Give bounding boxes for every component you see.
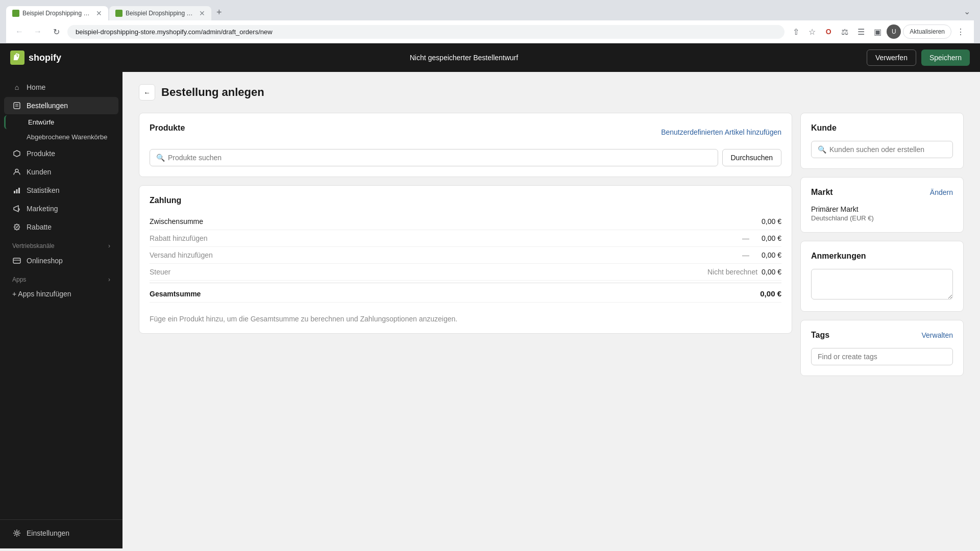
screenshot-button[interactable]: ▣ [870, 24, 885, 39]
page-title: Bestellung anlegen [161, 86, 264, 99]
tags-card-header: Tags Verwalten [811, 331, 953, 340]
new-tab-button[interactable]: + [212, 5, 226, 20]
shopify-logo: shopify [10, 51, 61, 65]
anmerkungen-textarea[interactable] [811, 269, 953, 299]
sales-channels-expand-icon[interactable]: › [108, 242, 110, 249]
gesamtsumme-value: 0,00 € [760, 289, 781, 298]
tab-label-1: Beispiel Dropshipping Store · ... [22, 10, 91, 17]
payment-footer: Füge ein Produkt hinzu, um die Gesamtsum… [150, 309, 781, 323]
sidebar-item-settings[interactable]: Einstellungen [4, 524, 118, 542]
sidebar-item-marketing-label: Marketing [27, 205, 58, 213]
sidebar-item-statistiken[interactable]: Statistiken [4, 182, 118, 199]
apps-expand-icon[interactable]: › [108, 276, 110, 283]
tab-label-2: Beispiel Dropshipping Store [126, 10, 194, 17]
apps-add-label: + Apps hinzufügen [12, 290, 71, 298]
tab-close-2[interactable]: ✕ [199, 9, 205, 17]
sidebar-item-settings-label: Einstellungen [27, 529, 69, 537]
svg-rect-5 [14, 191, 15, 193]
customers-icon [12, 167, 21, 177]
page-header: ← Bestellung anlegen [139, 84, 964, 101]
products-search-icon: 🔍 [156, 154, 165, 162]
payment-card: Zahlung Zwischensumme 0,00 € Rabatt hinz… [139, 185, 792, 334]
verwerfen-button[interactable]: Verwerfen [867, 49, 916, 66]
sidebar-item-entwuerfe[interactable]: Entwürfe [4, 115, 118, 129]
sidebar-item-produkte[interactable]: Produkte [4, 145, 118, 162]
kunden-search-wrapper: 🔍 [811, 141, 953, 158]
tab-close-1[interactable]: ✕ [96, 9, 102, 17]
market-info: Primärer Markt Deutschland (EUR €) [811, 205, 953, 222]
products-search-row: 🔍 Durchsuchen [150, 149, 781, 166]
browse-button[interactable]: Durchsuchen [722, 149, 782, 166]
sidebar-item-onlineshop[interactable]: Onlineshop [4, 252, 118, 269]
user-avatar-button[interactable]: U [887, 24, 901, 39]
sidebar-item-abgebrochene[interactable]: Abgebrochene Warenkörbe [4, 130, 118, 144]
sidebar-item-kunden[interactable]: Kunden [4, 163, 118, 181]
settings-icon [12, 529, 21, 538]
zwischensumme-value: 0,00 € [762, 217, 781, 226]
sidebar-item-marketing[interactable]: Marketing [4, 200, 118, 217]
svg-rect-7 [18, 188, 20, 193]
browser-tab-2[interactable]: Beispiel Dropshipping Store ✕ [109, 6, 211, 20]
onlineshop-icon [12, 256, 21, 265]
steuer-value: 0,00 € [762, 268, 781, 276]
home-icon: ⌂ [12, 83, 21, 92]
sidebar-item-rabatte-label: Rabatte [27, 223, 52, 231]
payment-row-zwischensumme: Zwischensumme 0,00 € [150, 213, 781, 230]
sidebar: ⌂ Home Bestellungen Entwürfe Abgebrochen… [0, 72, 122, 548]
content-grid: Produkte Benutzerdefinierten Artikel hin… [139, 113, 964, 384]
extensions-button[interactable]: ⚖ [838, 24, 852, 39]
rabatt-value: 0,00 € [762, 234, 781, 242]
sidebar-item-onlineshop-label: Onlineshop [27, 257, 63, 265]
sidebar-item-apps-add[interactable]: + Apps hinzufügen [4, 286, 118, 302]
anmerkungen-card: Anmerkungen [800, 241, 964, 312]
kunde-card-title: Kunde [811, 123, 953, 133]
products-card: Produkte Benutzerdefinierten Artikel hin… [139, 113, 792, 177]
add-custom-item-link[interactable]: Benutzerdefinierten Artikel hinzufügen [661, 128, 781, 136]
market-name: Primärer Markt [811, 205, 953, 213]
nav-forward-button[interactable]: → [31, 24, 45, 39]
tags-input[interactable] [811, 348, 953, 365]
kunden-search-input[interactable] [829, 141, 946, 158]
header-actions: Verwerfen Speichern [867, 49, 970, 66]
shopify-logo-icon [10, 51, 24, 65]
main-content: ← Bestellung anlegen Produkte Benutzerde… [122, 72, 980, 548]
nav-refresh-button[interactable]: ↻ [49, 24, 63, 39]
markt-card-title: Markt [811, 188, 833, 197]
products-search-input[interactable] [168, 149, 712, 166]
speichern-button[interactable]: Speichern [921, 49, 970, 66]
share-button[interactable]: ⇧ [789, 24, 803, 39]
tab-favicon-1 [12, 10, 19, 17]
discounts-icon [12, 222, 21, 232]
right-column: Kunde 🔍 Markt Ändern Primärer [800, 113, 964, 384]
svg-rect-10 [13, 258, 20, 263]
sidebar-item-kunden-label: Kunden [27, 168, 51, 176]
sidebar-item-produkte-label: Produkte [27, 149, 55, 158]
left-column: Produkte Benutzerdefinierten Artikel hin… [139, 113, 792, 384]
back-icon: ← [143, 89, 150, 96]
app-header: shopify Nicht gespeicherter Bestellentwu… [0, 43, 980, 72]
bookmark-button[interactable]: ☆ [805, 24, 819, 39]
back-button[interactable]: ← [139, 84, 155, 101]
sidebar-item-bestellungen[interactable]: Bestellungen [4, 97, 118, 114]
browser-more-button[interactable]: ⋮ [953, 24, 968, 39]
browser-tab-1[interactable]: Beispiel Dropshipping Store · ... ✕ [6, 6, 108, 20]
products-card-header: Produkte Benutzerdefinierten Artikel hin… [150, 123, 781, 141]
market-sub: Deutschland (EUR €) [811, 214, 953, 222]
tags-verwalten-link[interactable]: Verwalten [922, 331, 953, 339]
sidebar-toggle-button[interactable]: ☰ [854, 24, 868, 39]
sidebar-item-rabatte[interactable]: Rabatte [4, 218, 118, 236]
svg-point-12 [16, 532, 18, 535]
sidebar-item-home-label: Home [27, 83, 45, 91]
markt-aendern-link[interactable]: Ändern [930, 188, 953, 196]
zwischensumme-label: Zwischensumme [150, 217, 203, 226]
aktualisieren-button[interactable]: Aktualisieren [903, 24, 951, 39]
apps-label: Apps › [0, 270, 122, 285]
svg-rect-6 [16, 189, 18, 193]
sidebar-item-home[interactable]: ⌂ Home [4, 79, 118, 96]
svg-point-8 [15, 226, 16, 227]
nav-back-button[interactable]: ← [12, 24, 27, 39]
products-search-wrapper: 🔍 [150, 149, 718, 166]
tabs-expand-button[interactable]: ⌄ [960, 4, 974, 18]
address-bar[interactable] [67, 25, 785, 39]
payment-row-gesamtsumme: Gesamtsumme 0,00 € [150, 283, 781, 303]
